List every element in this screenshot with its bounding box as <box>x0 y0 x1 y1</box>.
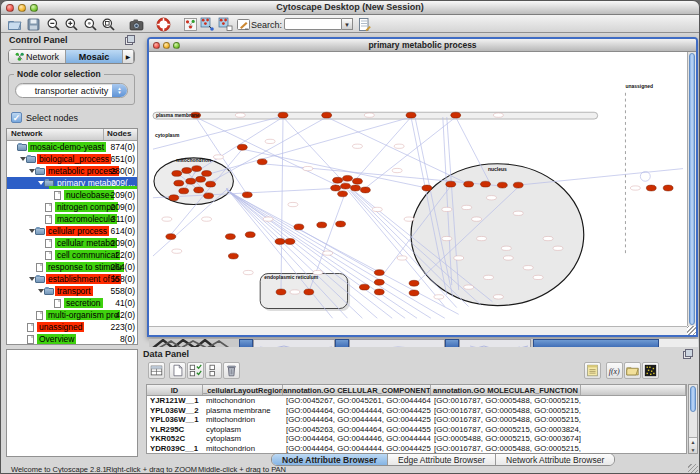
network-node[interactable] <box>322 112 332 118</box>
table-scroll-arrows-icon[interactable]: ▲▼ <box>689 437 697 453</box>
tree-row-biological-process[interactable]: biological_process651(0) <box>7 153 137 165</box>
tree-expand-icon[interactable] <box>37 181 44 185</box>
tree-row-secretion[interactable]: secretion41(0) <box>7 297 137 309</box>
tree-row-unassigned[interactable]: unassigned223(0) <box>7 321 137 333</box>
tree-row-transport[interactable]: transport558(0) <box>7 285 137 297</box>
network-node[interactable] <box>331 185 341 191</box>
network-node[interactable] <box>343 175 353 181</box>
notes-icon[interactable] <box>584 362 601 379</box>
import-attributes-icon[interactable] <box>624 362 641 379</box>
table-header-3[interactable]: annotation.GO MOLECULAR_FUNCTION <box>431 385 581 395</box>
formula-builder-icon[interactable]: f(x) <box>606 362 623 379</box>
network-node[interactable] <box>228 253 238 259</box>
table-row-YLR295C[interactable]: YLR295Ccytoplasm[GO:0045263, GO:0044464,… <box>147 425 686 435</box>
tree-expand-icon[interactable] <box>28 229 35 233</box>
zoom-out-icon[interactable] <box>46 17 61 32</box>
search-input[interactable] <box>284 18 342 30</box>
new-attribute-icon[interactable] <box>169 362 186 379</box>
network-node[interactable] <box>206 181 216 187</box>
network-node[interactable] <box>166 234 176 240</box>
tree-row-mosaic-demo-yeast[interactable]: mosaic-demo-yeast874(0) <box>7 141 137 153</box>
network-node[interactable] <box>422 185 432 191</box>
copy-view-icon[interactable] <box>218 17 233 32</box>
table-header-2[interactable]: annotation.GO CELLULAR_COMPONENT <box>283 385 431 395</box>
tree-row-cellular-process[interactable]: cellular process614(0) <box>7 225 137 237</box>
open-file-icon[interactable] <box>7 17 22 32</box>
network-node[interactable] <box>646 185 656 191</box>
network-node[interactable] <box>194 187 204 193</box>
birds-eye-view[interactable] <box>6 349 138 457</box>
network-node[interactable] <box>374 289 384 295</box>
tree-expand-icon[interactable] <box>28 277 35 281</box>
float-data-panel-icon[interactable] <box>683 349 693 359</box>
network-node[interactable] <box>276 289 286 295</box>
network-node[interactable] <box>202 171 212 177</box>
tree-expand-icon[interactable] <box>19 157 26 161</box>
network-node[interactable] <box>446 181 456 187</box>
unselect-attributes-icon[interactable] <box>205 362 222 379</box>
search-options-icon[interactable] <box>357 17 372 32</box>
network-canvas[interactable]: plasma membrane cytoplasm mitochondrion … <box>149 52 687 326</box>
network-node[interactable] <box>513 182 523 188</box>
canvas-vertical-scrollbar[interactable] <box>687 52 696 326</box>
tree-column-network[interactable]: Network <box>7 129 104 140</box>
network-node[interactable] <box>242 192 252 198</box>
zoom-in-icon[interactable] <box>64 17 79 32</box>
table-row-YPL036W__1[interactable]: YPL036W__1mitochondrion[GO:0044464, GO:0… <box>147 415 686 425</box>
network-node[interactable] <box>225 234 235 240</box>
table-row-YKR052C[interactable]: YKR052Ccytoplasm[GO:0044464, GO:0044446,… <box>147 434 686 444</box>
table-header-1[interactable]: _cellularLayoutRegion <box>203 385 283 395</box>
table-row-YPL036W__2[interactable]: YPL036W__2plasma membrane[GO:0044464, GO… <box>147 406 686 416</box>
new-network-icon[interactable] <box>183 17 198 32</box>
network-node[interactable] <box>278 112 288 118</box>
window-resize-grip[interactable] <box>688 464 698 474</box>
tree-row-cell-communicat[interactable]: cell communicat22(0) <box>7 249 137 261</box>
tree-row-establishment-of-lo[interactable]: establishment of lo558(0) <box>7 273 137 285</box>
view-resize-grip[interactable] <box>687 326 696 335</box>
network-node[interactable] <box>481 181 491 187</box>
network-node[interactable] <box>196 176 206 182</box>
tree-row-primary-metabo[interactable]: primary metabo209(... <box>7 177 137 189</box>
tree-row-nitrogen-compo[interactable]: nitrogen compo209(0) <box>7 201 137 213</box>
network-node[interactable] <box>169 195 179 201</box>
tree-row-response-to-stimulu[interactable]: response to stimulu264(0) <box>7 261 137 273</box>
tab-network[interactable]: Network <box>9 50 66 63</box>
tree-column-nodes[interactable]: Nodes <box>104 129 137 140</box>
attribute-grid-icon[interactable] <box>148 362 165 379</box>
zoom-fit-icon[interactable] <box>101 17 116 32</box>
tab-mosaic[interactable]: Mosaic <box>66 50 123 63</box>
network-node[interactable] <box>245 232 255 238</box>
network-node[interactable] <box>294 224 304 230</box>
tree-row-cellular-metabo[interactable]: cellular metabo209(0) <box>7 237 137 249</box>
network-node[interactable] <box>336 221 346 227</box>
network-node[interactable] <box>317 222 327 228</box>
network-node[interactable] <box>352 178 362 184</box>
network-node[interactable] <box>172 171 182 177</box>
network-node[interactable] <box>360 187 370 193</box>
network-node[interactable] <box>179 188 189 194</box>
network-node[interactable] <box>451 112 461 118</box>
network-node[interactable] <box>304 289 314 295</box>
network-node[interactable] <box>174 180 184 186</box>
float-panel-icon[interactable] <box>125 35 135 45</box>
network-view-titlebar[interactable]: primary metabolic process <box>149 39 696 52</box>
select-nodes-checkbox[interactable]: ✓ <box>11 112 22 123</box>
annotations-icon[interactable] <box>236 17 251 32</box>
matrix-icon[interactable] <box>642 362 659 379</box>
network-node[interactable] <box>409 280 419 286</box>
table-header-0[interactable]: ID <box>147 385 203 395</box>
help-icon[interactable] <box>156 17 171 32</box>
network-node[interactable] <box>409 290 419 296</box>
network-node[interactable] <box>204 193 214 199</box>
tree-expand-icon[interactable] <box>28 169 35 173</box>
node-color-attribute-select[interactable]: transporter activity ▲▼ <box>15 83 128 98</box>
network-node[interactable] <box>333 177 343 183</box>
network-node[interactable] <box>374 279 384 285</box>
zoom-selected-icon[interactable] <box>83 17 98 32</box>
network-node[interactable] <box>406 112 416 118</box>
network-node[interactable] <box>237 144 247 150</box>
network-node[interactable] <box>341 183 351 189</box>
network-node[interactable] <box>351 185 361 191</box>
tree-row-metabolic-process[interactable]: metabolic process280(0) <box>7 165 137 177</box>
delete-attribute-icon[interactable] <box>223 362 240 379</box>
